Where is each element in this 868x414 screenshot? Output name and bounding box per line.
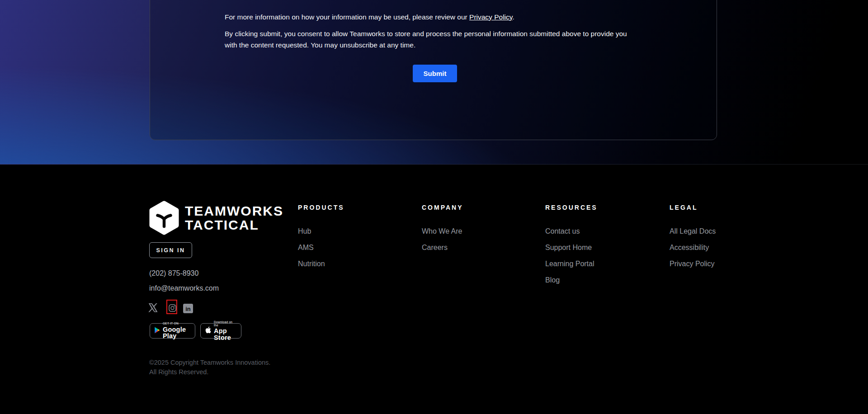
apple-icon [205,326,211,335]
privacy-note: For more information on how your informa… [225,11,641,23]
footer-link-learning-portal[interactable]: Learning Portal [545,260,645,268]
x-social-link[interactable] [148,303,158,314]
linkedin-social-link[interactable]: in [183,304,193,313]
instagram-social-link[interactable] [169,304,176,314]
footer-link-support-home[interactable]: Support Home [545,244,645,251]
footer-link-blog[interactable]: Blog [545,277,645,284]
instagram-icon [169,306,176,313]
x-icon [148,306,158,314]
brand-name-line1: TEAMWORKS [185,204,283,218]
brand-logo[interactable]: TEAMWORKS TACTICAL [149,201,283,237]
privacy-policy-link[interactable]: Privacy Policy [469,13,512,21]
copyright-text: ©2025 Copyright Teamworks Innovations. A… [149,358,270,377]
hero-section: For more information on how your informa… [0,0,868,165]
footer-column-title: LEGAL [670,204,769,211]
privacy-note-text: For more information on how your informa… [225,13,469,21]
app-store-badge[interactable]: Download on the App Store [200,323,241,339]
google-play-badge-label: Google Play [163,326,191,339]
phone-link[interactable]: (202) 875-8930 [149,269,198,278]
brand-name: TEAMWORKS TACTICAL [185,204,283,232]
footer-column-legal: LEGAL All Legal Docs Accessibility Priva… [670,204,769,277]
brand-name-line2: TACTICAL [185,218,283,232]
footer-link-contact-us[interactable]: Contact us [545,228,645,235]
footer-link-privacy-policy[interactable]: Privacy Policy [670,260,769,268]
consent-note: By clicking submit, you consent to allow… [225,28,629,51]
footer-link-ams[interactable]: AMS [298,244,397,251]
contact-form-card: For more information on how your informa… [150,0,717,140]
email-link[interactable]: info@teamworks.com [149,284,219,292]
footer-column-title: COMPANY [422,204,521,211]
sign-in-button[interactable]: SIGN IN [149,242,192,258]
footer-link-careers[interactable]: Careers [422,244,521,251]
google-play-badge[interactable]: GET IT ON Google Play [150,323,195,339]
linkedin-icon: in [183,304,193,313]
submit-button[interactable]: Submit [413,65,457,82]
footer-column-title: RESOURCES [545,204,645,211]
footer-link-all-legal-docs[interactable]: All Legal Docs [670,228,769,235]
google-play-badge-top-text: GET IT ON [163,322,191,325]
copyright-line1: ©2025 Copyright Teamworks Innovations. [149,358,270,367]
app-store-badge-top-text: Download on the [214,321,237,327]
footer-link-accessibility[interactable]: Accessibility [670,244,769,251]
footer: TEAMWORKS TACTICAL SIGN IN (202) 875-893… [0,165,868,414]
app-store-badge-label: App Store [214,328,237,341]
footer-link-nutrition[interactable]: Nutrition [298,260,397,268]
footer-column-resources: RESOURCES Contact us Support Home Learni… [545,204,645,293]
footer-column-title: PRODUCTS [298,204,397,211]
google-play-icon [154,327,160,335]
footer-link-who-we-are[interactable]: Who We Are [422,228,521,235]
footer-link-hub[interactable]: Hub [298,228,397,235]
footer-column-company: COMPANY Who We Are Careers [422,204,521,260]
copyright-line2: All Rights Reserved. [149,367,270,377]
teamworks-logo-icon [149,201,179,237]
privacy-note-suffix: . [512,13,514,21]
footer-column-products: PRODUCTS Hub AMS Nutrition [298,204,397,277]
